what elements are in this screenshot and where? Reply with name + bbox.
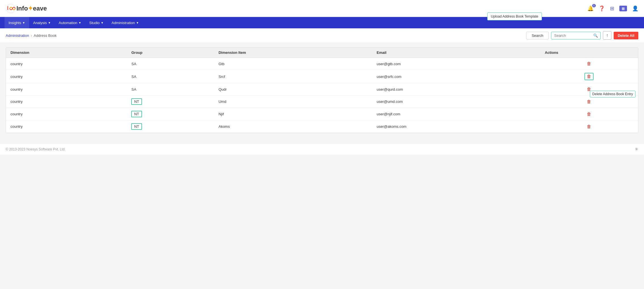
grid-icon: ⊞	[610, 5, 614, 12]
table-row: country NT Akoms user@akoms.com 🗑	[6, 120, 638, 133]
chevron-down-icon: ▼	[79, 21, 81, 24]
search-input[interactable]	[551, 32, 591, 39]
delete-row-button[interactable]: 🗑	[585, 111, 593, 117]
cell-actions: 🗑	[540, 58, 638, 70]
table-row: country SA Gtb user@gtb.com 🗑	[6, 58, 638, 70]
breadcrumb-parent[interactable]: Administration	[6, 33, 29, 38]
col-group: Group	[127, 48, 214, 58]
cell-dimension: country	[6, 83, 127, 95]
breadcrumb: Administration › Address Book	[6, 33, 57, 38]
grid-button[interactable]: ⊞	[610, 5, 614, 12]
cell-email: user@njif.com	[372, 108, 540, 120]
chevron-down-icon: ▼	[48, 21, 51, 24]
footer: © 2013-2023 Noesys Software Pvt. Ltd. ✳	[0, 143, 644, 155]
delete-row-button[interactable]: 🗑	[584, 73, 594, 80]
table-row: country NT Njif user@njif.com 🗑	[6, 108, 638, 120]
search-input-wrap: 🔍	[551, 32, 601, 39]
footer-icon: ✳	[635, 146, 638, 152]
chevron-down-icon: ▼	[22, 21, 25, 24]
breadcrumb-separator: ›	[31, 33, 32, 38]
cell-group: NT	[127, 108, 214, 120]
cell-dimension: country	[6, 120, 127, 133]
notifications-button[interactable]: 🔔 5	[587, 5, 594, 12]
cell-group: NT	[127, 95, 214, 108]
search-dropdown[interactable]: Search	[526, 32, 549, 39]
user-profile-button[interactable]: ▦	[619, 6, 627, 11]
breadcrumb-bar: Upload Address Book Template Administrat…	[0, 28, 644, 43]
address-book-table: Dimension Group Dimension Item Email Act…	[6, 48, 638, 133]
nav-automation[interactable]: Automation ▼	[55, 17, 85, 28]
cell-email: user@gtb.com	[372, 58, 540, 70]
search-submit-button[interactable]: 🔍	[591, 32, 600, 39]
col-actions: Actions	[540, 48, 638, 58]
chevron-down-icon: ▼	[136, 21, 139, 24]
nav-studio[interactable]: Studio ▼	[85, 17, 108, 28]
delete-row-button[interactable]: 🗑	[585, 99, 593, 105]
nav-administration[interactable]: Administration ▼	[108, 17, 143, 28]
table-row: country SA Qudr user@qurd.com 🗑	[6, 83, 638, 95]
cell-dimension-item: Gtb	[214, 58, 372, 70]
logo-icon: I	[6, 3, 16, 14]
help-icon: ❓	[599, 5, 605, 12]
account-icon: 👤	[632, 5, 638, 12]
col-email: Email	[372, 48, 540, 58]
chevron-down-icon: ▼	[101, 21, 104, 24]
notification-count: 5	[592, 4, 596, 7]
cell-group: NT	[127, 120, 214, 133]
cell-dimension: country	[6, 58, 127, 70]
logo-text: Info✦eave	[16, 5, 47, 12]
toolbar: Search 🔍 ↑ Delete All Delete All Address…	[526, 31, 638, 40]
delete-entry-callout: Delete Address Book Entry	[590, 91, 635, 97]
top-icons: 🔔 5 ❓ ⊞ ▦ 👤	[587, 5, 638, 12]
table-row: country SA Srcf user@srfc.com 🗑	[6, 70, 638, 83]
delete-row-button[interactable]: 🗑	[585, 61, 593, 67]
upload-icon: ↑	[606, 33, 608, 38]
upload-template-callout: Upload Address Book Template	[487, 12, 542, 20]
breadcrumb-current: Address Book	[34, 33, 57, 38]
profile-icon: ▦	[622, 7, 625, 10]
cell-email: user@umd.com	[372, 95, 540, 108]
cell-dimension: country	[6, 70, 127, 83]
main-content: Dimension Group Dimension Item Email Act…	[0, 43, 644, 138]
cell-actions: 🗑	[540, 108, 638, 120]
nav-analysis[interactable]: Analysis ▼	[29, 17, 55, 28]
cell-email: user@akoms.com	[372, 120, 540, 133]
cell-group: SA	[127, 83, 214, 95]
svg-text:I: I	[7, 5, 9, 11]
cell-actions: 🗑	[540, 70, 638, 83]
logo: I Info✦eave	[6, 3, 47, 14]
nav-insights[interactable]: Insights ▼	[5, 17, 29, 28]
table-row: country NT Umd user@umd.com 🗑	[6, 95, 638, 108]
cell-group: SA	[127, 58, 214, 70]
upload-button[interactable]: ↑	[603, 31, 611, 40]
help-button[interactable]: ❓	[599, 5, 605, 12]
copyright-text: © 2013-2023 Noesys Software Pvt. Ltd.	[6, 147, 65, 151]
cell-group: SA	[127, 70, 214, 83]
delete-row-button[interactable]: 🗑	[585, 124, 593, 130]
cell-dimension-item: Akoms	[214, 120, 372, 133]
nav-bar: Insights ▼ Analysis ▼ Automation ▼ Studi…	[0, 17, 644, 28]
table-container: Dimension Group Dimension Item Email Act…	[6, 47, 638, 133]
cell-email: user@srfc.com	[372, 70, 540, 83]
table-header-row: Dimension Group Dimension Item Email Act…	[6, 48, 638, 58]
delete-all-button[interactable]: Delete All	[614, 32, 638, 39]
cell-email: user@qurd.com	[372, 83, 540, 95]
col-dimension-item: Dimension Item	[214, 48, 372, 58]
cell-dimension-item: Njif	[214, 108, 372, 120]
cell-dimension: country	[6, 95, 127, 108]
search-icon: 🔍	[593, 33, 598, 38]
cell-actions: 🗑	[540, 120, 638, 133]
cell-dimension-item: Srcf	[214, 70, 372, 83]
cell-dimension: country	[6, 108, 127, 120]
account-button[interactable]: 👤	[632, 5, 638, 12]
top-bar: I Info✦eave 🔔 5 ❓ ⊞ ▦	[0, 0, 644, 17]
cell-dimension-item: Umd	[214, 95, 372, 108]
cell-dimension-item: Qudr	[214, 83, 372, 95]
col-dimension: Dimension	[6, 48, 127, 58]
